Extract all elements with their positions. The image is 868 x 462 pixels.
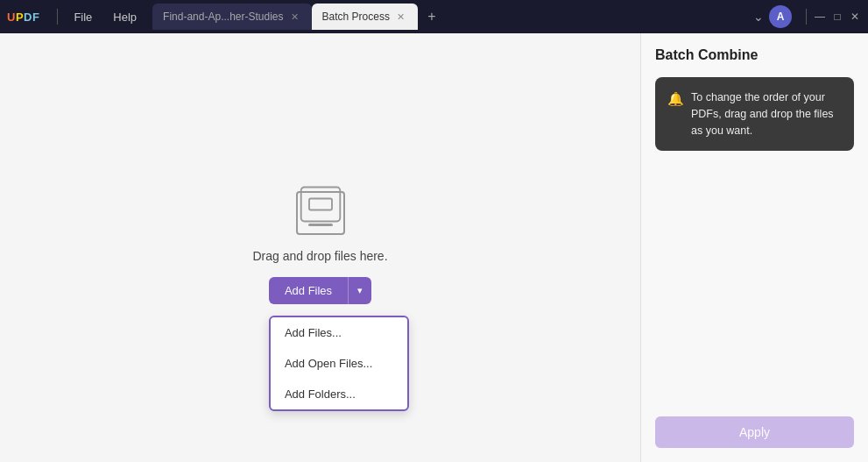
apply-button[interactable]: Apply [655, 416, 854, 448]
user-avatar[interactable]: A [769, 5, 792, 28]
maximize-button[interactable]: □ [831, 11, 843, 23]
drop-icon [296, 191, 345, 235]
main-layout: Drag and drop files here. Add Files ▾ Ad… [0, 33, 868, 462]
close-button[interactable]: ✕ [849, 11, 861, 23]
tab-active-label: Batch Process [322, 11, 390, 23]
add-files-container: Add Files ▾ Add Files... Add Open Files.… [269, 277, 371, 304]
logo-p: P [16, 11, 24, 24]
info-emoji: 🔔 [667, 89, 684, 139]
info-text: To change the order of your PDFs, drag a… [691, 89, 842, 139]
sidebar: Batch Combine 🔔 To change the order of y… [640, 33, 868, 462]
tab-inactive-label: Find-and-Ap...her-Studies [163, 11, 283, 23]
tab-inactive[interactable]: Find-and-Ap...her-Studies ✕ [152, 4, 311, 30]
tab-inactive-close[interactable]: ✕ [289, 11, 301, 23]
tab-active[interactable]: Batch Process ✕ [312, 4, 418, 30]
dropdown-item-add-open-files[interactable]: Add Open Files... [271, 348, 407, 379]
drop-text: Drag and drop files here. [252, 249, 387, 263]
add-files-dropdown-button[interactable]: ▾ [348, 277, 371, 304]
overflow-button[interactable]: ⌄ [748, 8, 769, 25]
logo-d: D [24, 11, 32, 24]
add-files-button[interactable]: Add Files [269, 277, 348, 304]
tabs-area: Find-and-Ap...her-Studies ✕ Batch Proces… [152, 0, 748, 33]
tab-active-close[interactable]: ✕ [395, 11, 407, 23]
dropdown-item-add-files[interactable]: Add Files... [271, 317, 407, 348]
win-controls-divider [806, 9, 807, 25]
titlebar: UPDF File Help Find-and-Ap...her-Studies… [0, 0, 868, 33]
titlebar-divider [57, 9, 58, 25]
menu-help[interactable]: Help [104, 7, 145, 27]
info-box: 🔔 To change the order of your PDFs, drag… [655, 77, 854, 151]
window-controls: — □ ✕ [814, 11, 861, 23]
dropdown-item-add-folders[interactable]: Add Folders... [271, 379, 407, 409]
tab-add-button[interactable]: + [421, 6, 442, 27]
sidebar-footer: Apply [655, 416, 854, 448]
menu-file[interactable]: File [65, 7, 101, 27]
logo-f: F [32, 11, 39, 24]
minimize-button[interactable]: — [814, 11, 826, 23]
content-area: Drag and drop files here. Add Files ▾ Ad… [0, 33, 640, 462]
tray-svg [298, 182, 343, 226]
svg-rect-0 [300, 188, 340, 222]
app-logo: UPDF [7, 11, 39, 24]
sidebar-title: Batch Combine [655, 47, 854, 63]
drop-zone: Drag and drop files here. Add Files ▾ Ad… [252, 191, 387, 304]
svg-rect-1 [309, 199, 332, 210]
add-files-dropdown-menu: Add Files... Add Open Files... Add Folde… [269, 316, 409, 411]
titlebar-menu: File Help [65, 7, 145, 27]
logo-u: U [7, 11, 16, 24]
